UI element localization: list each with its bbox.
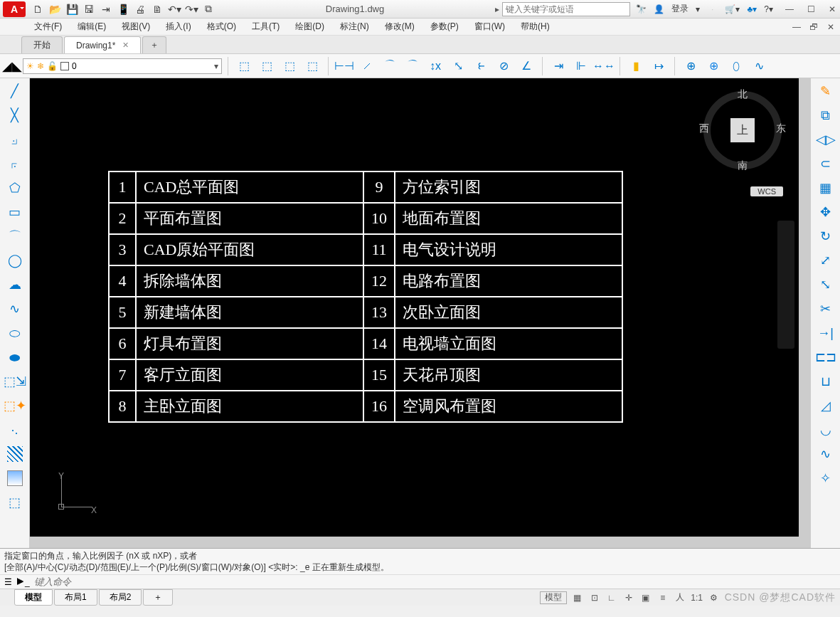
ellipse-icon[interactable]: ⬭ — [4, 323, 26, 343]
circle-icon[interactable]: ◯ — [4, 251, 26, 270]
recent-commands-icon[interactable]: ☰ — [4, 577, 12, 587]
tolerance-icon[interactable]: ⊕ — [681, 57, 701, 75]
search-input[interactable] — [502, 2, 630, 16]
offset-icon[interactable]: ⊂ — [815, 154, 836, 174]
dim-diameter-icon[interactable]: ⊘ — [494, 57, 514, 75]
layout-tab-2[interactable]: 布局2 — [99, 589, 142, 606]
layer-stack2-icon[interactable]: ⬚ — [257, 57, 277, 75]
explode-icon[interactable]: ✧ — [815, 468, 836, 488]
scale-icon[interactable]: ⤢ — [815, 251, 836, 270]
overlap-icon[interactable]: ⧉ — [202, 3, 215, 16]
rotate-icon[interactable]: ↻ — [815, 226, 836, 246]
tab-add[interactable]: ＋ — [142, 36, 166, 53]
mdi-minimize-icon[interactable]: — — [792, 22, 802, 32]
jog-linear-icon[interactable]: ∿ — [749, 57, 769, 75]
ortho-icon[interactable]: ∟ — [605, 591, 618, 604]
maximize-icon[interactable]: ☐ — [806, 4, 816, 14]
login-link[interactable]: 登录 — [671, 3, 689, 15]
app-logo[interactable]: A — [3, 1, 26, 17]
inspect-icon[interactable]: ⬯ — [726, 57, 746, 75]
tab-close-icon[interactable]: ✕ — [122, 41, 129, 50]
dim-aligned-icon[interactable]: ⟋ — [357, 57, 377, 75]
dim-break-icon[interactable]: ↦ — [649, 57, 669, 75]
mdi-close-icon[interactable]: ✕ — [826, 22, 836, 32]
menu-help[interactable]: 帮助(H) — [521, 21, 550, 33]
layer-stack3-icon[interactable]: ⬚ — [280, 57, 299, 75]
help-icon[interactable]: ?▾ — [764, 4, 773, 14]
horizontal-scrollbar[interactable] — [30, 537, 799, 548]
revcloud-icon[interactable]: ☁ — [4, 275, 26, 295]
grid-icon[interactable]: ▦ — [571, 591, 584, 604]
new-icon[interactable]: 🗋 — [31, 3, 44, 16]
dim-radius-icon[interactable]: ⤡ — [448, 57, 468, 75]
polygon-icon[interactable]: ⬠ — [4, 178, 26, 198]
cloud-icon[interactable]: ♣▾ — [747, 4, 757, 14]
polyline-icon[interactable]: ⟓ — [4, 130, 26, 149]
view-cube[interactable]: 上 北 南 西 东 — [703, 91, 782, 169]
wcs-badge[interactable]: WCS — [750, 186, 783, 196]
menu-tools[interactable]: 工具(T) — [252, 21, 280, 33]
dim-ordinate-icon[interactable]: ↕x — [425, 57, 445, 75]
dim-angular-icon[interactable]: ∠ — [516, 57, 536, 75]
dim-arc2-icon[interactable]: ⌒ — [403, 57, 422, 75]
line-icon[interactable]: ╱ — [4, 81, 26, 101]
layer-stack1-icon[interactable]: ⬚ — [234, 57, 254, 75]
spline-icon[interactable]: ∿ — [4, 299, 26, 319]
fillet-icon[interactable]: ◡ — [815, 420, 836, 440]
arc-icon[interactable]: ⌒ — [4, 226, 26, 246]
region-icon[interactable]: ⬚ — [4, 492, 26, 512]
block-icon[interactable]: ⬚✦ — [4, 396, 26, 416]
export-icon[interactable]: 📱 — [117, 3, 129, 16]
import-icon[interactable]: ⇥ — [100, 3, 112, 16]
menu-draw[interactable]: 绘图(D) — [295, 21, 324, 33]
viewcube-east[interactable]: 东 — [776, 122, 786, 135]
blend-icon[interactable]: ∿ — [815, 444, 836, 464]
binoculars-icon[interactable]: 🔭 — [636, 4, 647, 14]
viewcube-north[interactable]: 北 — [738, 88, 748, 101]
move-icon[interactable]: ✥ — [815, 202, 836, 222]
erase-icon[interactable]: ✎ — [815, 81, 836, 101]
rectangle-icon[interactable]: ▭ — [4, 202, 26, 222]
osnap-icon[interactable]: ▣ — [639, 591, 652, 604]
menu-insert[interactable]: 插入(I) — [166, 21, 191, 33]
navigation-bar[interactable] — [777, 221, 794, 349]
command-input[interactable] — [34, 576, 836, 587]
break-icon[interactable]: ⊏⊐ — [815, 347, 836, 367]
viewcube-face[interactable]: 上 — [730, 118, 755, 142]
scale-label[interactable]: 1:1 — [691, 591, 703, 604]
saveas-icon[interactable]: 🖫 — [83, 3, 95, 16]
mirror-icon[interactable]: ◁▷ — [815, 130, 836, 149]
menu-view[interactable]: 视图(V) — [122, 21, 150, 33]
dim-quick-icon[interactable]: ⇥ — [548, 57, 568, 75]
layout-tab-model[interactable]: 模型 — [14, 589, 53, 606]
polar-icon[interactable]: ✛ — [622, 591, 635, 604]
undo-icon[interactable]: ↶▾ — [168, 3, 181, 16]
menu-param[interactable]: 参数(P) — [430, 21, 459, 33]
centermark-icon[interactable]: ⊕ — [703, 57, 723, 75]
plot-icon[interactable]: 🗎 — [151, 3, 164, 16]
polyline2-icon[interactable]: ⟔ — [4, 154, 26, 174]
dim-jog-icon[interactable]: ⥼ — [471, 57, 491, 75]
redo-icon[interactable]: ↷▾ — [185, 3, 198, 16]
dim-baseline-icon[interactable]: ⊩ — [571, 57, 591, 75]
menu-file[interactable]: 文件(F) — [34, 21, 62, 33]
xline-icon[interactable]: ╳ — [4, 105, 26, 125]
tab-start[interactable]: 开始 — [21, 36, 63, 53]
close-icon[interactable]: ✕ — [827, 4, 837, 14]
layer-stack4-icon[interactable]: ⬚ — [302, 57, 322, 75]
dim-linear-icon[interactable]: ⊢⊣ — [334, 57, 354, 75]
chamfer-icon[interactable]: ◿ — [815, 396, 836, 416]
hatch-btn[interactable] — [4, 444, 26, 464]
insert-icon[interactable]: ⬚⇲ — [4, 371, 26, 391]
drawing-canvas[interactable]: 上 北 南 西 东 WCS 1CAD总平面图9方位索引图 2平面布置图10地面布… — [30, 78, 810, 548]
dim-continue-icon[interactable]: ↔↔ — [594, 57, 614, 75]
menu-window[interactable]: 窗口(W) — [474, 21, 505, 33]
point-icon[interactable]: ·. — [4, 420, 26, 440]
dim-space-icon[interactable]: ▮ — [626, 57, 646, 75]
join-icon[interactable]: ⊔ — [815, 371, 836, 391]
trim-icon[interactable]: ✂ — [815, 299, 836, 319]
user-icon[interactable]: 👤 — [654, 4, 664, 14]
menu-edit[interactable]: 编辑(E) — [78, 21, 106, 33]
dim-arc-icon[interactable]: ⌒ — [380, 57, 400, 75]
array-icon[interactable]: ▦ — [815, 178, 836, 198]
